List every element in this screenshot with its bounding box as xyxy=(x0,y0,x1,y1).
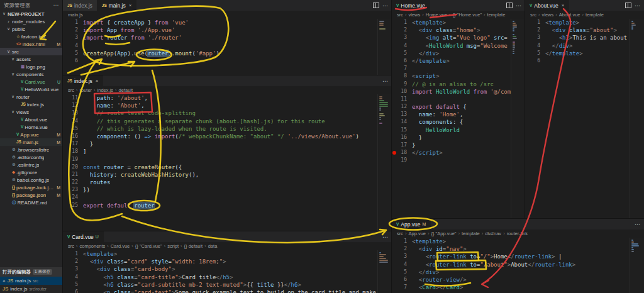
breadcrumb-segment[interactable]: default xyxy=(119,87,133,93)
tree-item-index.js[interactable]: JSindex.js xyxy=(0,101,63,108)
more-actions-icon[interactable]: ⋯ xyxy=(53,2,60,8)
breadcrumb-segment[interactable]: src xyxy=(68,243,74,249)
tree-item-main.js[interactable]: JSmain.jsM xyxy=(0,138,63,146)
more-actions-icon[interactable]: ⋯ xyxy=(382,234,388,240)
tree-item-.editorconfig[interactable]: ⚙.editorconfig xyxy=(0,153,63,161)
gear-file-icon: ⚙ xyxy=(12,178,16,182)
code-editor[interactable]: 11 path: '/about',12 name: 'About',13 //… xyxy=(63,94,380,231)
tree-item-.browserslistrc[interactable]: ⚙.browserslistrc xyxy=(0,146,63,153)
tree-item-babel.config.js[interactable]: ⚙babel.config.js xyxy=(0,176,63,184)
breadcrumb-segment[interactable]: index.js xyxy=(97,87,113,93)
more-actions-icon[interactable]: ⋯ xyxy=(635,221,640,228)
tree-item-public[interactable]: ∨public xyxy=(0,25,63,33)
editor-actions: ⋯ xyxy=(369,0,392,11)
split-editor-icon[interactable] xyxy=(373,3,379,8)
breadcrumb-segment[interactable]: {} default xyxy=(184,243,203,249)
breadcrumb-segment[interactable]: {} "Home.vue" xyxy=(452,12,482,18)
breadcrumb-segment[interactable]: src xyxy=(530,12,536,18)
minimap[interactable] xyxy=(377,250,392,293)
close-icon[interactable]: × xyxy=(3,278,6,284)
code-editor[interactable]: 1<template>2 <div id="nav">3 <router-lin… xyxy=(392,238,633,293)
breadcrumb-segment[interactable]: Card.vue xyxy=(111,243,130,249)
minimap-line xyxy=(379,108,381,109)
tree-item-node_modules[interactable]: ›node_modules xyxy=(0,18,63,25)
breadcrumb-segment[interactable]: {} "Card.vue" xyxy=(135,243,162,249)
tab-Card.vue[interactable]: VCard.vueU xyxy=(63,231,104,242)
tab-App.vue[interactable]: VApp.vueM xyxy=(392,219,431,229)
breadcrumb-segment[interactable]: template xyxy=(586,12,604,18)
minimap[interactable] xyxy=(630,19,644,219)
breadcrumb-segment[interactable]: views xyxy=(542,12,554,18)
tab-Home.vue[interactable]: VHome.vue xyxy=(392,0,430,11)
tab-About.vue[interactable]: VAbout.vue× xyxy=(525,0,569,11)
close-icon[interactable]: × xyxy=(96,78,99,84)
breadcrumb-segment[interactable]: views xyxy=(409,12,421,18)
tab-main.js[interactable]: JSmain.js× xyxy=(97,0,137,11)
minimap-line xyxy=(379,254,386,255)
more-actions-icon[interactable]: ⋯ xyxy=(635,3,640,9)
tree-item-favicon.ico[interactable]: ☆favicon.ico xyxy=(0,33,63,40)
tree-item-router[interactable]: ∨router xyxy=(0,93,63,101)
tree-item-package-lock.json[interactable]: {}package-lock.jsonM xyxy=(0,184,63,191)
tree-item-components[interactable]: ∨components xyxy=(0,70,63,78)
code-line: 6</template> xyxy=(392,57,514,65)
code-editor[interactable]: 1<template>2 <div class="card" style="wi… xyxy=(63,250,380,293)
minimap[interactable] xyxy=(630,238,644,293)
tab-index.js[interactable]: JSindex.js xyxy=(63,0,97,11)
file-path: src\router xyxy=(29,287,46,291)
tree-item-home.vue[interactable]: VHome.vue xyxy=(0,123,63,131)
tree-item-.eslintrc.js[interactable]: ⚙.eslintrc.js xyxy=(0,161,63,169)
code-editor[interactable]: 1import { createApp } from 'vue'2import … xyxy=(63,19,380,75)
breadcrumb-segment[interactable]: template xyxy=(487,12,506,18)
tree-item-about.vue[interactable]: VAbout.vue xyxy=(0,116,63,123)
minimap[interactable] xyxy=(377,19,392,75)
minimap[interactable] xyxy=(511,19,525,219)
minimap[interactable] xyxy=(377,94,392,231)
more-actions-icon[interactable]: ⋯ xyxy=(382,3,388,9)
tree-item-.gitignore[interactable]: ◆.gitignore xyxy=(0,169,63,176)
code-text: <template> xyxy=(83,250,117,258)
breadcrumb-segment[interactable]: router-link xyxy=(507,231,528,236)
breadcrumb-segment[interactable]: main.js xyxy=(68,12,83,18)
code-editor[interactable]: 1<template>2 <div class="home">3 <img al… xyxy=(392,19,514,219)
open-editor-index.js[interactable]: JSindex.jssrc\router xyxy=(0,285,63,293)
breadcrumb-segment[interactable]: data xyxy=(208,243,218,249)
tree-item-logo.png[interactable]: ▦logo.png xyxy=(0,63,63,70)
breadcrumb-segment[interactable]: Home.vue xyxy=(426,12,447,18)
tree-item-assets[interactable]: ∨assets xyxy=(0,55,63,63)
breadcrumb-segment[interactable]: components xyxy=(80,243,106,249)
close-icon[interactable]: × xyxy=(129,3,132,8)
breadcrumb-segment[interactable]: script xyxy=(167,243,179,249)
tree-item-src[interactable]: ∨src xyxy=(0,48,63,55)
close-icon[interactable]: × xyxy=(562,3,565,8)
breadcrumb-segment[interactable]: router xyxy=(80,87,92,93)
more-actions-icon[interactable]: ⋯ xyxy=(382,78,388,84)
tree-item-index.html[interactable]: <>index.htmlM xyxy=(0,40,63,48)
explorer-title-bar: 资源管理器 ⋯ xyxy=(0,0,63,10)
tree-item-package.json[interactable]: {}package.jsonM xyxy=(0,191,63,199)
code-editor[interactable]: 1<template>2 <div class="about">3 <h1>Th… xyxy=(525,19,633,219)
tree-item-card.vue[interactable]: VCard.vueU xyxy=(0,78,63,86)
breadcrumb-segment[interactable]: {} "App.vue" xyxy=(431,231,457,236)
tree-item-app.vue[interactable]: VApp.vueM xyxy=(0,131,63,138)
breadcrumb-segment[interactable]: src xyxy=(68,87,74,93)
breakpoint-dot[interactable] xyxy=(392,151,396,155)
code-line: 17 } xyxy=(63,140,380,148)
more-actions-icon[interactable]: ⋯ xyxy=(516,3,521,9)
breadcrumb-segment[interactable]: App.vue xyxy=(409,231,426,236)
breadcrumb-segment[interactable]: About.vue xyxy=(559,12,580,18)
open-editor-main.js[interactable]: ×JSmain.jssrc xyxy=(0,277,63,285)
tab-index.js[interactable]: JSindex.js× xyxy=(63,75,103,86)
breadcrumb-segment[interactable]: src xyxy=(397,231,403,236)
breadcrumb-segment[interactable]: div#nav xyxy=(485,231,501,236)
open-editors-header[interactable]: 打开的编辑器 1 未保存 xyxy=(0,267,63,277)
tree-item-new-projext[interactable]: ∨NEW-PROJEXT xyxy=(0,10,63,18)
tree-item-views[interactable]: ∨views xyxy=(0,108,63,116)
breadcrumb-segment[interactable]: src xyxy=(397,12,403,18)
tree-item-readme.md[interactable]: ⓘREADME.md xyxy=(0,199,63,206)
split-editor-icon[interactable] xyxy=(625,3,631,8)
minimap-line xyxy=(631,243,638,245)
tree-item-helloworld.vue[interactable]: VHelloWorld.vue xyxy=(0,86,63,93)
breadcrumb-segment[interactable]: template xyxy=(462,231,480,236)
split-editor-icon[interactable] xyxy=(506,3,513,8)
